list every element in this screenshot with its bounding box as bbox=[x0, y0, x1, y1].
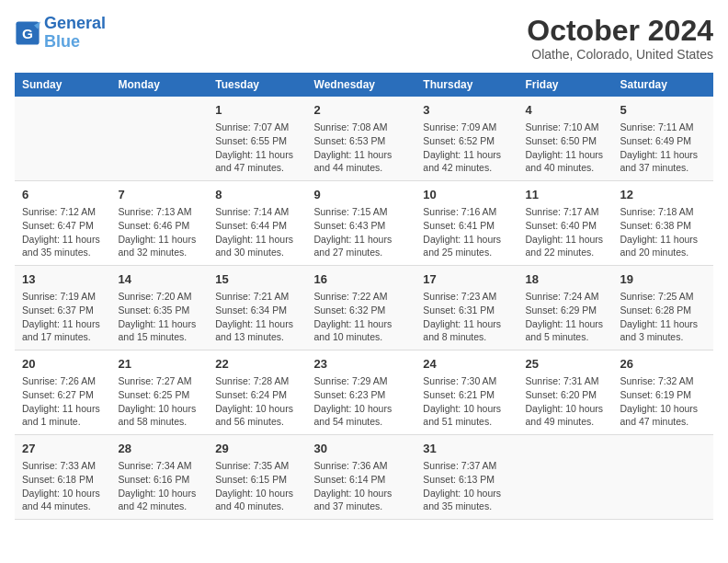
cell-content: Sunrise: 7:25 AM Sunset: 6:28 PM Dayligh… bbox=[620, 290, 706, 344]
calendar-cell: 16Sunrise: 7:22 AM Sunset: 6:32 PM Dayli… bbox=[307, 266, 416, 350]
calendar-cell: 17Sunrise: 7:23 AM Sunset: 6:31 PM Dayli… bbox=[415, 266, 518, 350]
col-header-wednesday: Wednesday bbox=[307, 73, 416, 97]
calendar-cell bbox=[15, 97, 111, 180]
cell-content: Sunrise: 7:14 AM Sunset: 6:44 PM Dayligh… bbox=[215, 205, 299, 259]
day-number: 27 bbox=[22, 441, 104, 457]
day-number: 22 bbox=[215, 356, 299, 373]
calendar-cell: 25Sunrise: 7:31 AM Sunset: 6:20 PM Dayli… bbox=[518, 350, 612, 435]
day-number: 14 bbox=[119, 271, 201, 288]
calendar-cell: 4Sunrise: 7:10 AM Sunset: 6:50 PM Daylig… bbox=[518, 97, 612, 180]
cell-content: Sunrise: 7:22 AM Sunset: 6:32 PM Dayligh… bbox=[314, 290, 409, 344]
cell-content: Sunrise: 7:09 AM Sunset: 6:52 PM Dayligh… bbox=[423, 121, 510, 175]
cell-content: Sunrise: 7:16 AM Sunset: 6:41 PM Dayligh… bbox=[423, 205, 510, 259]
calendar-cell: 3Sunrise: 7:09 AM Sunset: 6:52 PM Daylig… bbox=[415, 97, 518, 180]
cell-content: Sunrise: 7:08 AM Sunset: 6:53 PM Dayligh… bbox=[314, 121, 409, 175]
calendar-week-row: 13Sunrise: 7:19 AM Sunset: 6:37 PM Dayli… bbox=[15, 266, 713, 350]
calendar-week-row: 27Sunrise: 7:33 AM Sunset: 6:18 PM Dayli… bbox=[15, 434, 713, 519]
calendar-cell: 27Sunrise: 7:33 AM Sunset: 6:18 PM Dayli… bbox=[15, 434, 111, 519]
calendar-cell: 9Sunrise: 7:15 AM Sunset: 6:43 PM Daylig… bbox=[307, 181, 416, 266]
day-number: 28 bbox=[119, 441, 201, 457]
calendar-cell bbox=[612, 434, 713, 519]
cell-content: Sunrise: 7:18 AM Sunset: 6:38 PM Dayligh… bbox=[620, 205, 706, 259]
cell-content: Sunrise: 7:17 AM Sunset: 6:40 PM Dayligh… bbox=[525, 205, 605, 259]
logo-line2: Blue bbox=[44, 32, 80, 51]
calendar-cell: 13Sunrise: 7:19 AM Sunset: 6:37 PM Dayli… bbox=[15, 266, 111, 350]
logo: G General Blue bbox=[15, 15, 106, 52]
day-number: 29 bbox=[215, 441, 299, 457]
cell-content: Sunrise: 7:24 AM Sunset: 6:29 PM Dayligh… bbox=[525, 290, 605, 344]
calendar-cell: 18Sunrise: 7:24 AM Sunset: 6:29 PM Dayli… bbox=[518, 266, 612, 350]
calendar-cell: 6Sunrise: 7:12 AM Sunset: 6:47 PM Daylig… bbox=[15, 181, 111, 266]
calendar-cell: 23Sunrise: 7:29 AM Sunset: 6:23 PM Dayli… bbox=[307, 350, 416, 435]
col-header-saturday: Saturday bbox=[612, 73, 713, 97]
cell-content: Sunrise: 7:19 AM Sunset: 6:37 PM Dayligh… bbox=[22, 290, 104, 344]
calendar-header-row: SundayMondayTuesdayWednesdayThursdayFrid… bbox=[15, 73, 713, 97]
day-number: 7 bbox=[119, 187, 201, 203]
calendar-cell: 14Sunrise: 7:20 AM Sunset: 6:35 PM Dayli… bbox=[111, 266, 209, 350]
calendar-week-row: 6Sunrise: 7:12 AM Sunset: 6:47 PM Daylig… bbox=[15, 181, 713, 266]
cell-content: Sunrise: 7:10 AM Sunset: 6:50 PM Dayligh… bbox=[525, 121, 605, 175]
day-number: 13 bbox=[22, 271, 104, 288]
cell-content: Sunrise: 7:12 AM Sunset: 6:47 PM Dayligh… bbox=[22, 205, 104, 259]
col-header-tuesday: Tuesday bbox=[208, 73, 306, 97]
logo-line1: General bbox=[44, 14, 106, 32]
cell-content: Sunrise: 7:26 AM Sunset: 6:27 PM Dayligh… bbox=[22, 374, 104, 429]
col-header-friday: Friday bbox=[518, 73, 612, 97]
calendar-cell: 7Sunrise: 7:13 AM Sunset: 6:46 PM Daylig… bbox=[111, 181, 209, 266]
calendar-cell: 28Sunrise: 7:34 AM Sunset: 6:16 PM Dayli… bbox=[111, 434, 209, 519]
day-number: 24 bbox=[423, 356, 510, 373]
cell-content: Sunrise: 7:27 AM Sunset: 6:25 PM Dayligh… bbox=[119, 374, 201, 429]
day-number: 12 bbox=[620, 187, 706, 203]
day-number: 8 bbox=[215, 187, 299, 203]
cell-content: Sunrise: 7:37 AM Sunset: 6:13 PM Dayligh… bbox=[423, 459, 510, 513]
calendar-cell: 31Sunrise: 7:37 AM Sunset: 6:13 PM Dayli… bbox=[415, 434, 518, 519]
calendar-cell: 20Sunrise: 7:26 AM Sunset: 6:27 PM Dayli… bbox=[15, 350, 111, 435]
day-number: 16 bbox=[314, 271, 409, 288]
calendar-cell: 24Sunrise: 7:30 AM Sunset: 6:21 PM Dayli… bbox=[415, 350, 518, 435]
day-number: 11 bbox=[525, 187, 605, 203]
calendar-cell bbox=[111, 97, 209, 180]
col-header-monday: Monday bbox=[111, 73, 209, 97]
cell-content: Sunrise: 7:35 AM Sunset: 6:15 PM Dayligh… bbox=[215, 459, 299, 513]
cell-content: Sunrise: 7:11 AM Sunset: 6:49 PM Dayligh… bbox=[620, 121, 706, 175]
title-block: October 2024 Olathe, Colorado, United St… bbox=[527, 15, 713, 62]
cell-content: Sunrise: 7:13 AM Sunset: 6:46 PM Dayligh… bbox=[119, 205, 201, 259]
page-subtitle: Olathe, Colorado, United States bbox=[527, 47, 713, 62]
calendar-cell: 19Sunrise: 7:25 AM Sunset: 6:28 PM Dayli… bbox=[612, 266, 713, 350]
cell-content: Sunrise: 7:36 AM Sunset: 6:14 PM Dayligh… bbox=[314, 459, 409, 513]
cell-content: Sunrise: 7:28 AM Sunset: 6:24 PM Dayligh… bbox=[215, 374, 299, 429]
calendar-cell: 5Sunrise: 7:11 AM Sunset: 6:49 PM Daylig… bbox=[612, 97, 713, 180]
day-number: 25 bbox=[525, 356, 605, 373]
day-number: 15 bbox=[215, 271, 299, 288]
calendar-week-row: 1Sunrise: 7:07 AM Sunset: 6:55 PM Daylig… bbox=[15, 97, 713, 180]
calendar-cell: 15Sunrise: 7:21 AM Sunset: 6:34 PM Dayli… bbox=[208, 266, 306, 350]
cell-content: Sunrise: 7:34 AM Sunset: 6:16 PM Dayligh… bbox=[119, 459, 201, 513]
day-number: 4 bbox=[525, 102, 605, 119]
calendar-cell: 22Sunrise: 7:28 AM Sunset: 6:24 PM Dayli… bbox=[208, 350, 306, 435]
cell-content: Sunrise: 7:23 AM Sunset: 6:31 PM Dayligh… bbox=[423, 290, 510, 344]
calendar-cell: 29Sunrise: 7:35 AM Sunset: 6:15 PM Dayli… bbox=[208, 434, 306, 519]
col-header-sunday: Sunday bbox=[15, 73, 111, 97]
day-number: 18 bbox=[525, 271, 605, 288]
cell-content: Sunrise: 7:20 AM Sunset: 6:35 PM Dayligh… bbox=[119, 290, 201, 344]
logo-icon: G bbox=[15, 20, 40, 46]
cell-content: Sunrise: 7:15 AM Sunset: 6:43 PM Dayligh… bbox=[314, 205, 409, 259]
calendar-cell: 8Sunrise: 7:14 AM Sunset: 6:44 PM Daylig… bbox=[208, 181, 306, 266]
cell-content: Sunrise: 7:29 AM Sunset: 6:23 PM Dayligh… bbox=[314, 374, 409, 429]
day-number: 26 bbox=[620, 356, 706, 373]
cell-content: Sunrise: 7:33 AM Sunset: 6:18 PM Dayligh… bbox=[22, 459, 104, 513]
calendar-cell: 26Sunrise: 7:32 AM Sunset: 6:19 PM Dayli… bbox=[612, 350, 713, 435]
svg-text:G: G bbox=[22, 25, 33, 40]
calendar-cell: 30Sunrise: 7:36 AM Sunset: 6:14 PM Dayli… bbox=[307, 434, 416, 519]
cell-content: Sunrise: 7:07 AM Sunset: 6:55 PM Dayligh… bbox=[215, 121, 299, 175]
calendar-cell bbox=[518, 434, 612, 519]
day-number: 1 bbox=[215, 102, 299, 119]
day-number: 31 bbox=[423, 441, 510, 457]
day-number: 21 bbox=[119, 356, 201, 373]
cell-content: Sunrise: 7:21 AM Sunset: 6:34 PM Dayligh… bbox=[215, 290, 299, 344]
page-header: G General Blue October 2024 Olathe, Colo… bbox=[15, 15, 713, 62]
calendar-cell: 10Sunrise: 7:16 AM Sunset: 6:41 PM Dayli… bbox=[415, 181, 518, 266]
calendar-cell: 1Sunrise: 7:07 AM Sunset: 6:55 PM Daylig… bbox=[208, 97, 306, 180]
day-number: 20 bbox=[22, 356, 104, 373]
calendar-cell: 12Sunrise: 7:18 AM Sunset: 6:38 PM Dayli… bbox=[612, 181, 713, 266]
